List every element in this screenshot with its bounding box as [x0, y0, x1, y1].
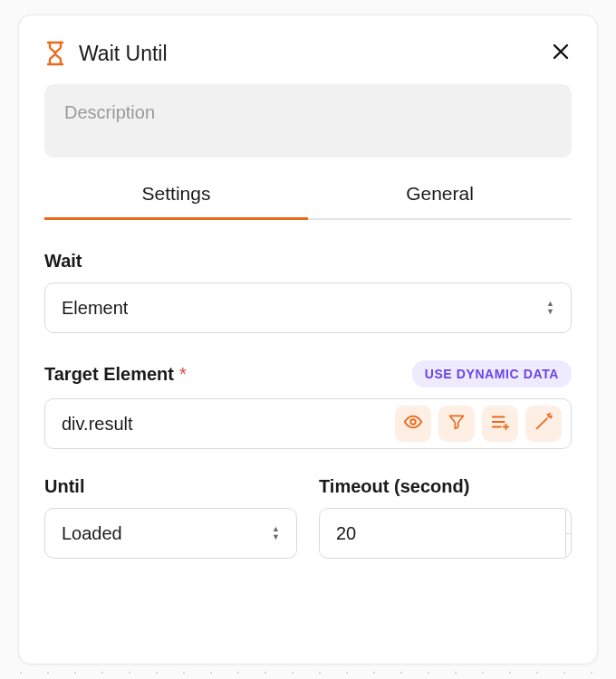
target-element-field: Target Element * USE DYNAMIC DATA	[44, 360, 572, 449]
until-field: Until Loaded ▲▼	[44, 476, 297, 559]
timeout-field: Timeout (second)	[319, 476, 572, 559]
wait-until-panel: Wait Until Settings General Wait Element…	[18, 14, 598, 665]
svg-point-0	[410, 419, 416, 425]
target-element-label-row: Target Element * USE DYNAMIC DATA	[44, 360, 572, 387]
preview-button[interactable]	[395, 406, 431, 442]
magic-button[interactable]	[525, 406, 562, 442]
until-select[interactable]: Loaded ▲▼	[44, 508, 297, 559]
tab-settings[interactable]: Settings	[44, 183, 308, 220]
timeout-stepper	[565, 509, 572, 558]
timeout-label: Timeout (second)	[319, 476, 572, 497]
target-element-input-wrap	[44, 398, 572, 449]
description-input[interactable]	[64, 102, 552, 123]
timeout-step-up[interactable]	[566, 509, 572, 534]
chevron-up-down-icon: ▲▼	[546, 300, 554, 316]
timeout-input-wrap	[319, 508, 572, 559]
target-element-tools	[395, 406, 562, 442]
tab-bar: Settings General	[44, 183, 572, 220]
tab-general[interactable]: General	[308, 183, 572, 220]
target-element-label: Target Element *	[44, 364, 187, 385]
timeout-input[interactable]	[336, 523, 565, 544]
funnel-icon	[448, 413, 466, 435]
wait-select-value: Element	[62, 298, 546, 319]
filter-button[interactable]	[438, 406, 475, 442]
timeout-step-down[interactable]	[566, 534, 572, 559]
description-box	[44, 84, 572, 158]
panel-title: Wait Until	[79, 42, 550, 66]
eye-icon	[403, 412, 423, 435]
until-select-value: Loaded	[62, 523, 272, 544]
target-element-input[interactable]	[62, 414, 395, 435]
magic-wand-icon	[534, 412, 553, 435]
chevron-up-down-icon: ▲▼	[272, 525, 280, 541]
list-add-button[interactable]	[482, 406, 518, 442]
wait-select[interactable]: Element ▲▼	[44, 282, 572, 333]
list-plus-icon	[490, 412, 510, 435]
wait-label: Wait	[44, 251, 572, 272]
until-label: Until	[44, 476, 297, 497]
hourglass-icon	[44, 41, 66, 66]
wait-field: Wait Element ▲▼	[44, 251, 572, 333]
close-button[interactable]	[550, 41, 572, 66]
panel-header: Wait Until	[44, 41, 572, 66]
required-mark: *	[179, 364, 187, 385]
until-timeout-row: Until Loaded ▲▼ Timeout (second)	[44, 476, 572, 559]
use-dynamic-data-button[interactable]: USE DYNAMIC DATA	[412, 360, 572, 387]
